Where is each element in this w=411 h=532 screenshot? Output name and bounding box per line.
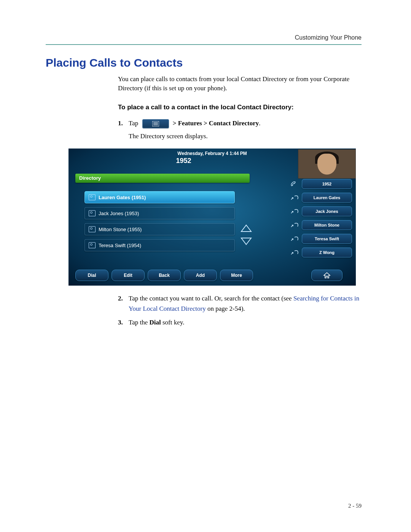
contact-card-icon	[89, 210, 96, 216]
scroll-up-button[interactable]	[239, 223, 253, 234]
speed-dial-button[interactable]: Teresa Swift	[302, 234, 352, 244]
step-number: 2.	[118, 293, 123, 304]
directory-header[interactable]: Directory	[75, 174, 250, 183]
handset-icon	[290, 181, 298, 187]
step-number: 3.	[118, 317, 123, 328]
step-1-pre: Tap	[129, 120, 138, 127]
contact-label: Lauren Gates (1951)	[99, 195, 146, 200]
speed-dial-button[interactable]: 1952	[302, 179, 352, 189]
phone-screenshot: Wednesday, February 4 1:44 PM 1952 Direc…	[68, 149, 356, 286]
speed-dial-button[interactable]: Milton Stone	[302, 220, 352, 230]
softkey-more[interactable]: More	[220, 270, 253, 281]
header-rule	[46, 44, 362, 45]
step-1-menu-path: > Features > Contact Directory	[173, 120, 259, 127]
home-icon	[323, 272, 331, 279]
page-number: 2 - 59	[348, 503, 362, 509]
softkey-add[interactable]: Add	[184, 270, 217, 281]
contact-row[interactable]: Milton Stone (1955)	[84, 223, 235, 235]
scroll-down-button[interactable]	[239, 235, 253, 247]
contact-row[interactable]: Jack Jones (1953)	[84, 207, 235, 219]
procedure-heading: To place a call to a contact in the loca…	[118, 104, 362, 111]
contact-card-icon	[89, 242, 96, 248]
contact-card-icon	[89, 226, 96, 232]
svg-marker-5	[241, 238, 251, 244]
speed-dial-button[interactable]: Z Wong	[302, 248, 352, 257]
contact-label: Teresa Swift (1954)	[99, 243, 141, 248]
contact-row[interactable]: Teresa Swift (1954)	[84, 239, 235, 251]
step-2: 2. Tap the contact you want to call. Or,…	[118, 293, 362, 314]
softkey-edit[interactable]: Edit	[112, 270, 145, 281]
self-view-video	[298, 149, 356, 179]
step-1-result: The Directory screen displays.	[129, 131, 362, 141]
page-header-section: Customizing Your Phone	[46, 34, 362, 41]
step-number: 1.	[118, 118, 123, 128]
intro-paragraph: You can place calls to contacts from you…	[118, 75, 362, 93]
phone-extension: 1952	[68, 157, 299, 165]
call-icon	[290, 222, 298, 228]
menu-icon	[142, 119, 169, 128]
speed-dial-button[interactable]: Lauren Gates	[302, 193, 352, 203]
svg-marker-4	[241, 225, 251, 232]
call-icon	[290, 249, 298, 256]
call-icon	[290, 194, 298, 201]
contact-row[interactable]: Lauren Gates (1951)	[84, 191, 235, 203]
step-1: 1. Tap > Features > Contact Directory.	[118, 118, 362, 128]
call-icon	[290, 235, 298, 242]
step-3: 3. Tap the Dial soft key.	[118, 317, 362, 328]
section-title: Placing Calls to Contacts	[46, 56, 362, 69]
softkey-bar: Dial Edit Back Add More	[75, 270, 253, 281]
softkey-dial[interactable]: Dial	[75, 270, 108, 281]
home-button[interactable]	[311, 270, 342, 281]
contact-card-icon	[89, 194, 96, 200]
call-icon	[290, 208, 298, 215]
softkey-back[interactable]: Back	[148, 270, 181, 281]
contact-label: Jack Jones (1953)	[99, 211, 139, 216]
speed-dial-button[interactable]: Jack Jones	[302, 206, 352, 216]
contact-label: Milton Stone (1955)	[99, 227, 142, 232]
